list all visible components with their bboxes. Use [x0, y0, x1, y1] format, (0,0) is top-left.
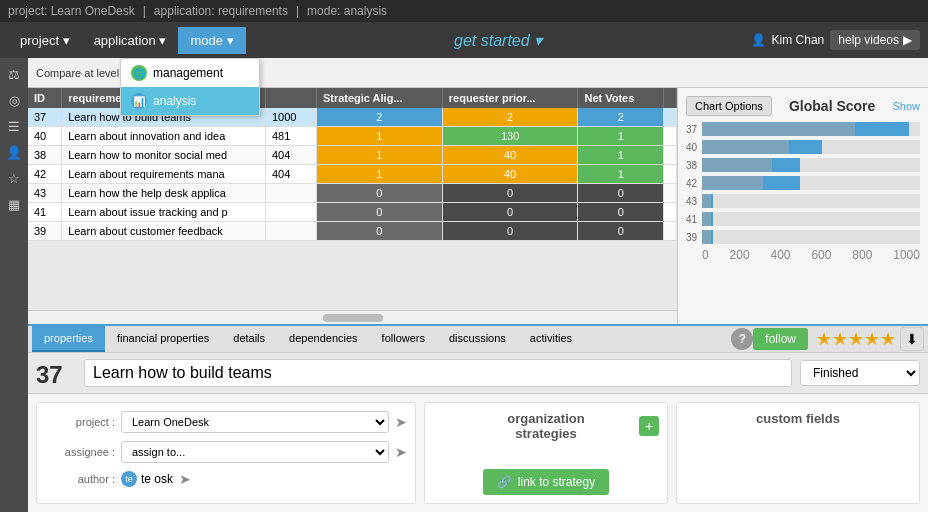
mode-breadcrumb: mode: analysis: [307, 4, 387, 18]
tab-dependencies[interactable]: dependencies: [277, 326, 370, 352]
tab-activities[interactable]: activities: [518, 326, 584, 352]
org-strategies-header: organization strategies +: [433, 411, 659, 441]
chart-title: Global Score: [789, 98, 875, 114]
dropdown-item-analysis[interactable]: 📊 analysis: [121, 87, 259, 115]
compare-label: Compare at level: 1: [36, 67, 131, 79]
cell-name: Learn about innovation and idea: [62, 127, 266, 146]
bar-fill-gray: [702, 140, 789, 154]
bar-fill-gray: [702, 194, 711, 208]
download-action-icon[interactable]: ⬇: [900, 327, 924, 351]
bar-container: [702, 122, 920, 136]
project-arrow-icon[interactable]: ➤: [395, 414, 407, 430]
table-hscrollbar[interactable]: [28, 310, 677, 324]
cell-id: 40: [28, 127, 62, 146]
application-button[interactable]: application ▾: [82, 27, 179, 54]
assignee-arrow-icon[interactable]: ➤: [395, 444, 407, 460]
application-breadcrumb: application: requirements: [154, 4, 288, 18]
cell-id: 37: [28, 108, 62, 127]
bar-container: [702, 212, 920, 226]
scrollbar-thumb: [323, 314, 383, 322]
project-field-row: project : Learn OneDesk ➤: [45, 411, 407, 433]
cell-priority: 40: [442, 165, 578, 184]
tab-discussions[interactable]: discussions: [437, 326, 518, 352]
detail-header-row: 37 New In Progress Finished Cancelled: [28, 353, 928, 394]
cell-priority: 130: [442, 127, 578, 146]
get-started-button[interactable]: get started ▾: [454, 31, 542, 50]
dropdown-item-management[interactable]: 🌐 management: [121, 59, 259, 87]
table-row[interactable]: 41 Learn about issue tracking and p 0 0 …: [28, 203, 677, 222]
dropdown-management-label: management: [153, 66, 223, 80]
cell-spacer: [664, 127, 677, 146]
play-icon: ▶: [903, 33, 912, 47]
sidebar-icons: ⚖ ◎ ☰ 👤 ☆ ▦: [0, 58, 28, 512]
bar-row: 38: [686, 158, 920, 172]
project-button[interactable]: project ▾: [8, 27, 82, 54]
link-strategy-button[interactable]: 🔗 link to strategy: [483, 469, 609, 495]
project-breadcrumb: project: Learn OneDesk: [8, 4, 135, 18]
requirement-id: 37: [36, 357, 76, 389]
tab-details[interactable]: details: [221, 326, 277, 352]
user-name: Kim Chan: [772, 33, 825, 47]
help-videos-button[interactable]: help videos ▶: [830, 30, 920, 50]
cell-votes: 1: [578, 146, 664, 165]
cell-strategic: 1: [316, 146, 442, 165]
separator2: |: [296, 4, 299, 18]
table-row[interactable]: 40 Learn about innovation and idea 481 1…: [28, 127, 677, 146]
bar-fill-gray: [702, 158, 772, 172]
sidebar-icon-grid[interactable]: ▦: [2, 192, 26, 216]
top-bar: project: Learn OneDesk | application: re…: [0, 0, 928, 22]
author-arrow-icon[interactable]: ➤: [179, 471, 191, 487]
cell-id: 42: [28, 165, 62, 184]
table-row[interactable]: 39 Learn about customer feedback 0 0 0: [28, 222, 677, 241]
tab-financial[interactable]: financial properties: [105, 326, 221, 352]
cell-spacer: [664, 222, 677, 241]
sidebar-icon-balance[interactable]: ⚖: [2, 62, 26, 86]
tab-followers[interactable]: followers: [370, 326, 437, 352]
link-strategy-label: link to strategy: [518, 475, 595, 489]
bar-container: [702, 140, 920, 154]
table-row[interactable]: 43 Learn how the help desk applica 0 0 0: [28, 184, 677, 203]
cell-spacer: [664, 165, 677, 184]
bar-row: 40: [686, 140, 920, 154]
help-question-button[interactable]: ?: [731, 328, 753, 350]
bar-fill-gray: [702, 122, 855, 136]
assignee-select[interactable]: assign to...: [121, 441, 389, 463]
status-select[interactable]: New In Progress Finished Cancelled: [800, 360, 920, 386]
cell-name: Learn about issue tracking and p: [62, 203, 266, 222]
cell-priority: 0: [442, 203, 578, 222]
mode-button[interactable]: mode ▾: [178, 27, 245, 54]
bar-row: 37: [686, 122, 920, 136]
cell-strategic: 0: [316, 203, 442, 222]
sidebar-icon-user[interactable]: 👤: [2, 140, 26, 164]
rating-stars[interactable]: ★★★★★: [816, 328, 896, 350]
requirement-title-input[interactable]: [84, 359, 792, 387]
bar-fill-gray: [702, 212, 711, 226]
custom-fields-panel: custom fields: [676, 402, 920, 504]
sidebar-icon-list[interactable]: ☰: [2, 114, 26, 138]
bar-row: 39: [686, 230, 920, 244]
table-row[interactable]: 38 Learn how to monitor social med 404 1…: [28, 146, 677, 165]
cell-val: [265, 222, 316, 241]
project-select[interactable]: Learn OneDesk: [121, 411, 389, 433]
mode-dropdown: 🌐 management 📊 analysis: [120, 58, 260, 116]
col-votes: Net Votes: [578, 88, 664, 108]
chart-header: Chart Options Global Score Show: [686, 96, 920, 116]
col-id: ID: [28, 88, 62, 108]
follow-button[interactable]: follow: [753, 328, 808, 350]
show-link[interactable]: Show: [892, 100, 920, 112]
col-priority: requester prior...: [442, 88, 578, 108]
sidebar-icon-star[interactable]: ☆: [2, 166, 26, 190]
bar-label: 39: [686, 232, 698, 243]
chart-axis: 0 200 400 600 800 1000: [686, 248, 920, 262]
table-row[interactable]: 42 Learn about requirements mana 404 1 4…: [28, 165, 677, 184]
cell-priority: 0: [442, 184, 578, 203]
sidebar-icon-gauge[interactable]: ◎: [2, 88, 26, 112]
tab-properties[interactable]: properties: [32, 326, 105, 352]
help-label: help videos: [838, 33, 899, 47]
chart-options-button[interactable]: Chart Options: [686, 96, 772, 116]
add-strategy-button[interactable]: +: [639, 416, 659, 436]
bar-fill-gray: [702, 230, 711, 244]
bar-row: 41: [686, 212, 920, 226]
bar-label: 40: [686, 142, 698, 153]
content-area: Compare at level: 1 ID requirement Strat…: [28, 58, 928, 512]
